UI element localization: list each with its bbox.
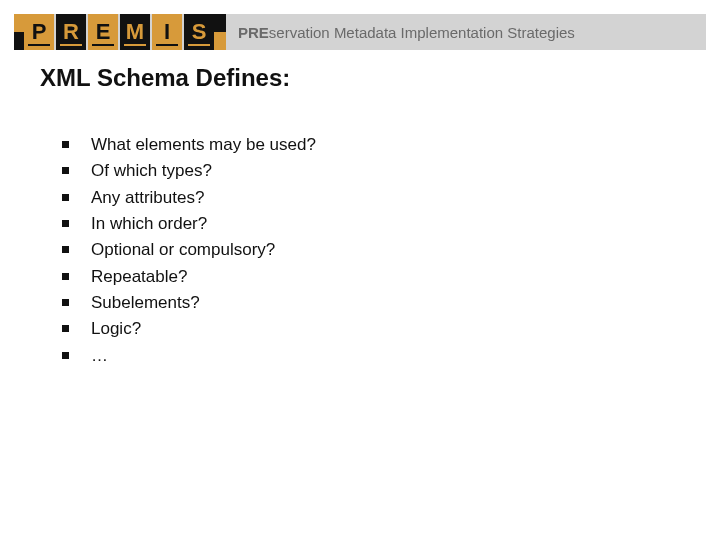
tagline-rest: servation Metadata Implementation Strate…: [269, 24, 575, 41]
list-item-text: Optional or compulsory?: [91, 237, 275, 263]
bullet-icon: [62, 141, 69, 148]
list-item: Logic?: [62, 316, 316, 342]
premis-logo: P R E M I S: [14, 14, 226, 50]
bullet-icon: [62, 325, 69, 332]
list-item: Repeatable?: [62, 264, 316, 290]
list-item-text: …: [91, 343, 108, 369]
list-item: …: [62, 343, 316, 369]
list-item-text: Logic?: [91, 316, 141, 342]
slide: P R E M I S PREservation Metadata Implem…: [0, 0, 720, 540]
bullet-icon: [62, 352, 69, 359]
list-item-text: Any attributes?: [91, 185, 204, 211]
logo-letter: E: [88, 14, 118, 50]
logo-letters: P R E M I S: [24, 14, 216, 50]
list-item: Any attributes?: [62, 185, 316, 211]
bullet-icon: [62, 246, 69, 253]
logo-stripe-right: [214, 14, 226, 50]
header-bar: P R E M I S PREservation Metadata Implem…: [14, 14, 706, 50]
list-item-text: In which order?: [91, 211, 207, 237]
logo-letter: I: [152, 14, 182, 50]
logo-stripe-left: [14, 14, 24, 50]
logo-letter: M: [120, 14, 150, 50]
list-item-text: Repeatable?: [91, 264, 187, 290]
list-item: Subelements?: [62, 290, 316, 316]
list-item: In which order?: [62, 211, 316, 237]
logo-letter: P: [24, 14, 54, 50]
bullet-icon: [62, 299, 69, 306]
list-item-text: What elements may be used?: [91, 132, 316, 158]
tagline-bold: PRE: [238, 24, 269, 41]
bullet-list: What elements may be used? Of which type…: [62, 132, 316, 369]
slide-title: XML Schema Defines:: [40, 64, 290, 92]
logo-letter: R: [56, 14, 86, 50]
bullet-icon: [62, 273, 69, 280]
list-item: What elements may be used?: [62, 132, 316, 158]
list-item-text: Subelements?: [91, 290, 200, 316]
list-item-text: Of which types?: [91, 158, 212, 184]
list-item: Optional or compulsory?: [62, 237, 316, 263]
header-tagline: PREservation Metadata Implementation Str…: [238, 24, 575, 41]
list-item: Of which types?: [62, 158, 316, 184]
bullet-icon: [62, 194, 69, 201]
bullet-icon: [62, 167, 69, 174]
bullet-icon: [62, 220, 69, 227]
logo-letter: S: [184, 14, 214, 50]
